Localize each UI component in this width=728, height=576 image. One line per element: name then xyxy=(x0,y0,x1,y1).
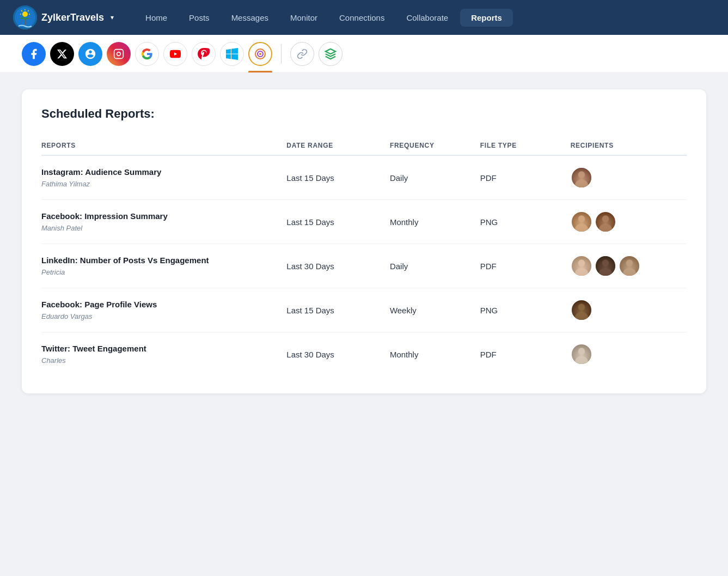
nav-monitor[interactable]: Monitor xyxy=(280,9,327,27)
nav-posts[interactable]: Posts xyxy=(179,9,219,27)
report-date-range: Last 15 Days xyxy=(286,288,390,332)
report-frequency: Daily xyxy=(390,155,480,200)
brand-logo xyxy=(13,5,37,29)
main-content: Scheduled Reports: REPORTS DATE RANGE FR… xyxy=(0,73,728,410)
svg-point-28 xyxy=(602,259,609,266)
report-date-range: Last 30 Days xyxy=(286,244,390,288)
avatar xyxy=(595,255,616,277)
report-date-range: Last 30 Days xyxy=(286,332,390,377)
card-title: Scheduled Reports: xyxy=(41,107,687,121)
avatar xyxy=(571,211,592,233)
social-icon-instagram[interactable] xyxy=(107,42,131,66)
svg-point-16 xyxy=(578,171,585,178)
social-icon-twitter[interactable] xyxy=(50,42,74,66)
reports-table: REPORTS DATE RANGE FREQUENCY FILE TYPE R… xyxy=(41,136,687,376)
report-author: Petricia xyxy=(41,268,65,276)
col-header-frequency: FREQUENCY xyxy=(390,136,480,155)
nav-connections[interactable]: Connections xyxy=(329,9,394,27)
social-icon-klipfolio[interactable] xyxy=(319,42,342,66)
brand-name: ZylkerTravels xyxy=(41,12,104,23)
report-file-type: PDF xyxy=(480,244,571,288)
report-recipients xyxy=(571,288,687,332)
avatar xyxy=(571,343,592,365)
social-icons-bar xyxy=(0,35,728,73)
report-name: LinkedIn: Number of Posts Vs Engagement xyxy=(41,256,278,265)
report-file-type: PNG xyxy=(480,288,571,332)
report-author: Eduardo Vargas xyxy=(41,312,92,320)
svg-rect-9 xyxy=(114,49,124,58)
report-date-range: Last 15 Days xyxy=(286,200,390,244)
scheduled-reports-card: Scheduled Reports: REPORTS DATE RANGE FR… xyxy=(22,89,706,393)
nav-links: Home Posts Messages Monitor Connections … xyxy=(136,9,715,27)
social-icon-microsoft[interactable] xyxy=(220,42,244,66)
svg-point-37 xyxy=(578,348,585,355)
report-recipients xyxy=(571,332,687,377)
report-name: Facebook: Page Profile Views xyxy=(41,300,278,309)
table-row[interactable]: Facebook: Page Profile ViewsEduardo Varg… xyxy=(41,288,687,332)
social-divider xyxy=(281,44,282,64)
col-header-recipients: RECIPIENTS xyxy=(571,136,687,155)
social-icon-facebook[interactable] xyxy=(22,42,46,66)
svg-point-22 xyxy=(602,215,609,222)
social-icon-youtube[interactable] xyxy=(163,42,187,66)
social-icon-pinterest[interactable] xyxy=(192,42,216,66)
social-icon-link[interactable] xyxy=(290,42,314,66)
report-file-type: PNG xyxy=(480,200,571,244)
report-author: Manish Patel xyxy=(41,224,82,232)
social-icon-buffer[interactable] xyxy=(78,42,102,66)
brand-dropdown-chevron: ▾ xyxy=(111,14,114,21)
report-frequency: Weekly xyxy=(390,288,480,332)
svg-point-19 xyxy=(578,215,585,222)
table-row[interactable]: Facebook: Impression SummaryManish Patel… xyxy=(41,200,687,244)
nav-collaborate[interactable]: Collaborate xyxy=(396,9,458,27)
report-frequency: Daily xyxy=(390,244,480,288)
svg-point-14 xyxy=(259,53,261,55)
col-header-date-range: DATE RANGE xyxy=(286,136,390,155)
report-name: Facebook: Impression Summary xyxy=(41,211,278,221)
avatar xyxy=(571,167,592,189)
report-file-type: PDF xyxy=(480,155,571,200)
nav-reports[interactable]: Reports xyxy=(460,9,513,27)
avatar xyxy=(571,255,592,277)
avatar xyxy=(571,299,592,321)
svg-point-25 xyxy=(578,259,585,266)
report-recipients xyxy=(571,200,687,244)
nav-messages[interactable]: Messages xyxy=(222,9,278,27)
brand[interactable]: ZylkerTravels ▾ xyxy=(13,5,114,29)
report-author: Charles xyxy=(41,356,66,365)
col-header-file-type: FILE TYPE xyxy=(480,136,571,155)
social-icon-google[interactable] xyxy=(135,42,159,66)
social-icon-zoho-social[interactable] xyxy=(248,42,272,66)
col-header-reports: REPORTS xyxy=(41,136,286,155)
report-file-type: PDF xyxy=(480,332,571,377)
report-name: Twitter: Tweet Engagement xyxy=(41,344,278,353)
svg-point-34 xyxy=(578,304,585,311)
report-frequency: Monthly xyxy=(390,200,480,244)
avatar xyxy=(619,255,640,277)
svg-point-31 xyxy=(626,259,633,266)
report-author: Fathima Yilmaz xyxy=(41,180,90,188)
report-name: Instagram: Audience Summary xyxy=(41,167,278,177)
report-recipients xyxy=(571,155,687,200)
table-row[interactable]: Instagram: Audience SummaryFathima Yilma… xyxy=(41,155,687,200)
report-frequency: Monthly xyxy=(390,332,480,377)
report-date-range: Last 15 Days xyxy=(286,155,390,200)
table-row[interactable]: Twitter: Tweet EngagementCharlesLast 30 … xyxy=(41,332,687,377)
table-row[interactable]: LinkedIn: Number of Posts Vs EngagementP… xyxy=(41,244,687,288)
navbar: ZylkerTravels ▾ Home Posts Messages Moni… xyxy=(0,0,728,35)
report-recipients xyxy=(571,244,687,288)
avatar xyxy=(595,211,616,233)
nav-home[interactable]: Home xyxy=(136,9,177,27)
